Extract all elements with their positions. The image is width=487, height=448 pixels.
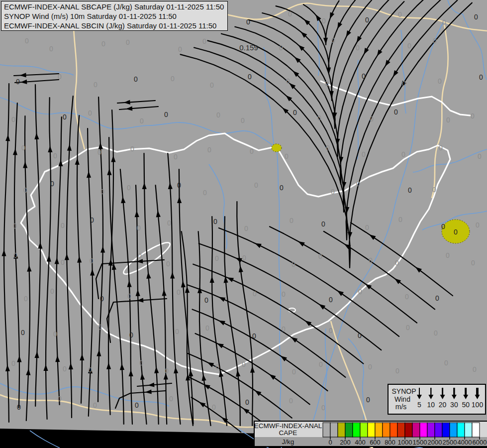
cape-swatch [353,423,360,437]
svg-text:0: 0 [444,359,448,367]
svg-text:0: 0 [202,37,206,45]
svg-text:0: 0 [135,401,139,409]
cape-swatch [338,423,345,437]
cape-tick-label: 600 [370,439,381,446]
cape-legend-t1: ECMWF-INDEX-ANAL [255,422,322,430]
svg-text:0: 0 [358,288,362,296]
svg-text:0: 0 [329,327,333,335]
svg-text:0: 0 [331,188,335,196]
svg-text:0: 0 [53,152,57,160]
svg-text:0: 0 [479,73,483,81]
svg-text:0: 0 [289,397,293,405]
svg-text:0: 0 [204,296,208,304]
cape-swatch [345,423,353,437]
cape-tick-label: 2000 [428,439,442,446]
svg-text:0: 0 [317,114,321,122]
svg-text:0: 0 [13,222,17,230]
wind-legend-t2: Wind [394,395,410,403]
svg-text:0: 0 [215,363,219,371]
cape-swatch [412,423,420,437]
svg-text:0: 0 [471,259,475,267]
svg-text:0: 0 [293,109,297,116]
svg-text:0: 0 [58,73,62,81]
svg-text:0: 0 [319,360,323,368]
weather-map-screen: 0000000000000000000000000000000000000000… [0,0,487,448]
svg-text:0: 0 [23,186,27,194]
svg-text:0: 0 [101,40,105,48]
svg-text:0: 0 [326,144,330,152]
svg-text:0: 0 [177,181,181,189]
cape-tick-label: 1000 [398,439,412,446]
svg-text:0: 0 [405,293,409,301]
cape-tick-label: 1500 [413,439,427,446]
wind-speed-label: 100 [472,401,484,409]
svg-text:0: 0 [21,144,25,152]
svg-text:0: 0 [58,395,62,403]
svg-text:0: 0 [241,116,245,124]
title-line-sbcape: ECMWF-INDEX-ANAL SBCAPE (J/kg) Saturday … [4,2,225,11]
svg-text:0: 0 [167,219,171,227]
svg-text:0: 0 [254,181,258,189]
svg-text:0: 0 [134,75,138,83]
svg-text:0: 0 [139,359,143,367]
svg-text:0: 0 [366,396,370,404]
svg-text:0: 0 [401,150,405,158]
cape-legend-unit: J/kg [282,438,294,446]
cape-swatch [375,423,383,437]
svg-text:0: 0 [285,152,289,160]
svg-text:0: 0 [138,252,142,260]
svg-text:0: 0 [476,221,480,229]
svg-text:0: 0 [438,77,442,85]
svg-text:0: 0 [207,146,211,154]
svg-text:0: 0 [244,224,248,232]
wind-speed-label: 10 [427,401,435,409]
cape-swatch [323,423,330,437]
svg-text:0: 0 [165,367,169,375]
cape-swatch [405,423,412,437]
svg-text:0: 0 [280,184,284,192]
svg-text:0: 0 [321,404,325,412]
svg-text:0: 0 [248,73,252,81]
svg-text:0: 0 [140,117,144,125]
max-value-label: 0.159 [239,43,258,52]
svg-text:0: 0 [216,111,220,119]
svg-text:0: 0 [98,323,102,331]
cape-swatch [427,423,435,437]
svg-text:0: 0 [398,10,402,18]
svg-text:0: 0 [63,365,67,373]
svg-text:0: 0 [50,287,54,295]
svg-text:0: 0 [318,252,322,260]
svg-text:0: 0 [402,80,406,88]
svg-text:0: 0 [90,216,94,224]
svg-text:0: 0 [356,44,360,52]
wind-speed-arrow-20 [440,388,445,399]
svg-text:0: 0 [394,108,398,116]
svg-text:0: 0 [175,328,179,336]
svg-text:0: 0 [473,365,477,373]
wind-legend-t1: SYNOP [391,387,416,395]
cape-tick-label: 200 [340,439,351,446]
wind-speed-label: 50 [462,401,470,409]
wind-speed-arrow-10 [428,388,433,399]
svg-text:0: 0 [395,259,399,267]
svg-text:0: 0 [177,288,181,296]
wind-speed-arrow-5 [417,388,422,399]
svg-text:0: 0 [130,145,134,153]
svg-text:0: 0 [246,18,250,26]
svg-text:0: 0 [282,290,286,298]
cape-legend-canvas: ECMWF-INDEX-ANALCAPEJ/kg0200400600800100… [255,422,487,446]
wind-speed-label: 30 [450,401,458,409]
cape-legend-t2: CAPE [279,429,297,437]
wind-speed-label: 20 [439,401,447,409]
cape-colorbar-legend: ECMWF-INDEX-ANALCAPEJ/kg0200400600800100… [254,421,487,447]
svg-text:0: 0 [245,398,249,406]
svg-text:0: 0 [407,42,411,50]
svg-text:0: 0 [441,223,445,230]
svg-text:0: 0 [286,77,290,85]
svg-text:0: 0 [321,220,325,228]
svg-text:0: 0 [322,17,326,25]
svg-text:0: 0 [50,180,54,188]
svg-text:0: 0 [242,254,246,262]
cape-tick-label: 400 [355,439,366,446]
cape-swatch [368,423,375,437]
